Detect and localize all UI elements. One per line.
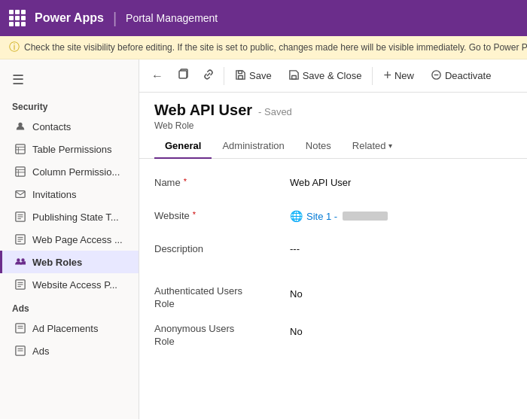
svg-rect-31: [239, 75, 243, 79]
name-required-star: *: [184, 177, 187, 186]
invitations-icon: [14, 188, 26, 200]
tab-notes[interactable]: Notes: [295, 134, 342, 159]
save-label: Save: [249, 70, 272, 81]
sidebar-item-contacts[interactable]: Contacts: [0, 115, 139, 138]
tab-administration[interactable]: Administration: [212, 134, 294, 159]
anonymous-users-label: Anonymous Users Role: [154, 323, 290, 348]
deactivate-button[interactable]: Deactivate: [423, 65, 498, 87]
back-button[interactable]: ←: [145, 64, 169, 88]
new-label: New: [394, 70, 414, 81]
warning-text: Check the site visibility before editing…: [24, 42, 527, 53]
form-content: Name * Web API User Website * 🌐 Site 1 -: [139, 159, 527, 419]
sidebar-item-column-permissions-label: Column Permissio...: [32, 166, 120, 178]
chevron-down-icon: ▾: [388, 142, 392, 150]
sidebar-item-publishing-state[interactable]: Publishing State T...: [0, 205, 139, 228]
layout: ☰ Security Contacts Table Permissions Co…: [0, 59, 527, 419]
authenticated-users-label: Authenticated Users Role: [154, 285, 290, 311]
warning-bar: ⓘ Check the site visibility before editi…: [0, 36, 527, 59]
app-launcher-icon[interactable]: [9, 10, 26, 26]
sidebar-item-column-permissions[interactable]: Column Permissio...: [0, 160, 139, 183]
back-icon: ←: [151, 69, 163, 83]
app-name: Power Apps: [35, 11, 104, 25]
sidebar-section-security: Security: [0, 94, 139, 115]
svg-rect-9: [16, 191, 25, 198]
authenticated-users-value: No: [290, 285, 512, 300]
sidebar-item-web-roles[interactable]: Web Roles: [0, 251, 139, 273]
website-access-icon: [14, 278, 26, 291]
link-icon: [203, 68, 215, 84]
sidebar-item-website-access-label: Website Access P...: [32, 279, 117, 291]
name-field-row: Name * Web API User: [154, 174, 512, 195]
website-field-row: Website * 🌐 Site 1 -: [154, 207, 512, 228]
new-icon: +: [383, 68, 391, 84]
new-button[interactable]: + New: [376, 64, 422, 87]
save-icon: [235, 69, 246, 83]
sidebar-item-invitations-label: Invitations: [32, 189, 77, 200]
form-gap-2: [154, 279, 512, 285]
warning-icon: ⓘ: [9, 41, 20, 54]
ads-icon: [14, 345, 26, 357]
sidebar-item-ads-label: Ads: [32, 345, 49, 357]
save-close-icon: [288, 69, 300, 83]
contacts-icon: [14, 120, 26, 132]
portal-title: Portal Management: [126, 12, 218, 24]
record-header: Web API User - Saved Web Role: [139, 93, 527, 134]
copy-icon: [177, 68, 189, 84]
anonymous-users-row: Anonymous Users Role No: [154, 323, 512, 348]
main-content: ← Save: [139, 59, 527, 419]
form-gap: [154, 273, 512, 279]
description-field-row: Description ---: [154, 240, 512, 261]
svg-rect-32: [239, 70, 242, 73]
sidebar-item-web-page-access[interactable]: Web Page Access ...: [0, 228, 139, 251]
tab-related[interactable]: Related ▾: [342, 134, 403, 159]
sidebar-item-web-roles-label: Web Roles: [32, 257, 82, 268]
toolbar: ← Save: [139, 59, 527, 93]
save-close-button[interactable]: Save & Close: [281, 65, 370, 87]
link-button[interactable]: [196, 64, 221, 88]
web-roles-icon: [14, 256, 26, 268]
sidebar-item-ads[interactable]: Ads: [0, 339, 139, 362]
sidebar-section-ads: Ads: [0, 296, 139, 317]
name-label: Name *: [154, 174, 290, 188]
website-blurred: [343, 212, 388, 221]
anonymous-users-value: No: [290, 323, 512, 337]
description-label: Description: [154, 240, 290, 254]
sidebar: ☰ Security Contacts Table Permissions Co…: [0, 59, 139, 419]
sidebar-item-invitations[interactable]: Invitations: [0, 183, 139, 205]
copy-button[interactable]: [171, 64, 195, 88]
publishing-state-icon: [14, 211, 26, 223]
sidebar-item-ad-placements[interactable]: Ad Placements: [0, 317, 139, 339]
sidebar-item-ad-placements-label: Ad Placements: [32, 323, 98, 334]
authenticated-users-row: Authenticated Users Role No: [154, 285, 512, 311]
hamburger-icon[interactable]: ☰: [0, 65, 139, 94]
svg-rect-1: [16, 145, 25, 154]
sidebar-item-website-access[interactable]: Website Access P...: [0, 273, 139, 296]
sidebar-item-table-permissions[interactable]: Table Permissions: [0, 138, 139, 160]
toolbar-separator-2: [372, 67, 373, 85]
name-value: Web API User: [290, 174, 512, 188]
svg-rect-5: [16, 167, 25, 176]
svg-point-18: [17, 258, 20, 261]
topbar-divider: |: [113, 10, 117, 27]
website-required-star: *: [193, 210, 196, 219]
svg-point-19: [21, 258, 24, 261]
record-saved-status: - Saved: [258, 106, 292, 117]
description-value: ---: [290, 240, 512, 254]
sidebar-item-publishing-state-label: Publishing State T...: [32, 212, 119, 223]
column-permissions-icon: [14, 166, 26, 178]
ad-placements-icon: [14, 322, 26, 334]
deactivate-icon: [431, 69, 442, 83]
deactivate-label: Deactivate: [445, 70, 491, 81]
tab-general[interactable]: General: [154, 134, 212, 159]
svg-rect-30: [179, 71, 187, 78]
table-permissions-icon: [14, 143, 26, 155]
save-button[interactable]: Save: [227, 65, 279, 87]
website-value: 🌐 Site 1 -: [290, 207, 512, 222]
topbar: Power Apps | Portal Management: [0, 0, 527, 36]
toolbar-separator-1: [224, 67, 224, 85]
svg-rect-33: [291, 75, 296, 79]
website-link[interactable]: Site 1 -: [306, 211, 337, 222]
sidebar-item-web-page-access-label: Web Page Access ...: [32, 234, 123, 245]
sidebar-item-contacts-label: Contacts: [32, 121, 71, 132]
save-close-label: Save & Close: [303, 70, 362, 81]
